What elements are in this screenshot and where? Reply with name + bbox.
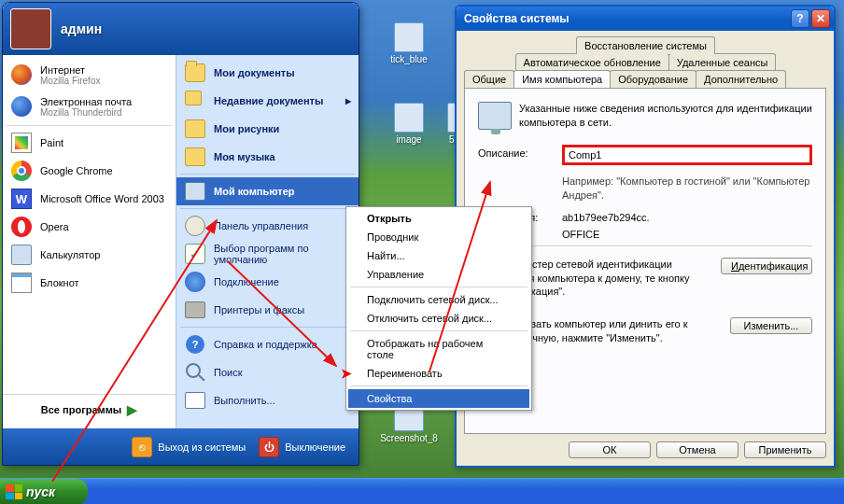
start-item-my-documents[interactable]: Мои документы [176, 59, 359, 87]
help-icon: ? [186, 335, 204, 354]
start-item-search[interactable]: Поиск [176, 358, 359, 386]
opera-icon [11, 217, 32, 237]
start-item-email[interactable]: Электронная почтаMozilla Thunderbird [3, 91, 176, 122]
dialog-titlebar[interactable]: Свойства системы ? ✕ [457, 7, 834, 31]
change-button[interactable]: Изменить... [730, 317, 812, 334]
taskbar: пуск [0, 478, 844, 504]
search-icon [186, 363, 204, 382]
folder-icon [185, 63, 205, 82]
network-icon [185, 272, 205, 292]
description-hint: Например: "Компьютер в гостиной" или "Ко… [562, 175, 812, 203]
ctx-item-explore[interactable]: Проводник [348, 228, 529, 246]
ctx-item-rename[interactable]: Переименовать [348, 364, 529, 383]
tab-container: Восстановление системы Автоматическое об… [464, 36, 826, 88]
start-item-control-panel[interactable]: Панель управления [176, 212, 359, 240]
file-icon [394, 103, 424, 133]
firefox-icon [11, 64, 32, 85]
default-programs-icon [185, 244, 205, 264]
power-icon: ⏻ [259, 437, 279, 457]
ctx-item-manage[interactable]: Управление [348, 265, 529, 284]
computer-icon [478, 102, 512, 130]
dialog-title: Свойства системы [464, 12, 570, 25]
recent-docs-icon [185, 91, 205, 111]
start-menu-header: админ [3, 3, 359, 55]
start-menu-left-column: ИнтернетMozilla Firefox Электронная почт… [3, 55, 176, 428]
start-item-recent-documents[interactable]: Недавние документы▶ [176, 87, 359, 115]
start-item-paint[interactable]: Paint [3, 129, 176, 157]
logoff-icon: ⎋ [132, 437, 152, 457]
pictures-folder-icon [185, 119, 205, 138]
start-button[interactable]: пуск [0, 479, 88, 504]
start-item-opera[interactable]: Opera [3, 213, 176, 241]
music-folder-icon [185, 147, 205, 166]
ctx-item-find[interactable]: Найти... [348, 246, 529, 265]
ctx-item-unmap-drive[interactable]: Отключить сетевой диск... [348, 309, 529, 328]
network-id-button[interactable]: Идентификация [721, 258, 812, 274]
ctx-item-map-drive[interactable]: Подключить сетевой диск... [348, 290, 529, 309]
start-item-connect[interactable]: Подключение▶ [176, 268, 359, 296]
start-item-notepad[interactable]: Блокнот [3, 269, 176, 297]
user-avatar-icon [10, 8, 51, 49]
desktop-icon-label: tick_blue [376, 54, 442, 64]
thunderbird-icon [11, 96, 32, 117]
tab-general[interactable]: Общие [464, 70, 514, 88]
ctx-item-properties[interactable]: Свойства [348, 389, 529, 408]
panel-intro-text: Указанные ниже сведения используются для… [519, 102, 812, 130]
paint-icon [11, 133, 32, 153]
ok-button[interactable]: ОК [569, 441, 651, 458]
close-button[interactable]: ✕ [811, 9, 830, 28]
start-menu-right-column: Мои документы Недавние документы▶ Мои ри… [176, 55, 359, 428]
windows-logo-icon [6, 484, 22, 499]
start-menu: админ ИнтернетMozilla Firefox Электронна… [2, 2, 359, 466]
my-computer-icon [185, 182, 205, 201]
control-panel-icon [185, 216, 205, 236]
ctx-item-show-on-desktop[interactable]: Отображать на рабочем столе [348, 334, 529, 364]
cancel-button[interactable]: Отмена [656, 441, 738, 458]
ctx-item-open[interactable]: Открыть [348, 209, 529, 228]
file-icon [394, 22, 424, 52]
turnoff-button[interactable]: ⏻Выключение [259, 437, 345, 457]
start-item-default-programs[interactable]: Выбор программ по умолчанию [176, 240, 359, 268]
start-menu-footer: ⎋Выход из системы ⏻Выключение [3, 428, 359, 466]
start-item-chrome[interactable]: Google Chrome [3, 157, 176, 185]
start-item-help[interactable]: ?Справка и поддержка [176, 330, 359, 358]
start-item-printers[interactable]: Принтеры и факсы [176, 296, 359, 324]
start-item-word[interactable]: WMicrosoft Office Word 2003 [3, 185, 176, 213]
user-name: админ [61, 21, 102, 36]
start-item-run[interactable]: Выполнить... [176, 386, 359, 414]
tab-advanced[interactable]: Дополнительно [696, 70, 786, 88]
logoff-button[interactable]: ⎋Выход из системы [132, 437, 246, 457]
start-item-my-pictures[interactable]: Мои рисунки [176, 115, 359, 143]
desktop-icon-file[interactable]: tick_blue [376, 22, 442, 64]
arrow-right-icon: ▶ [127, 402, 137, 417]
description-label: Описание: [478, 145, 555, 159]
start-item-my-music[interactable]: Моя музыка [176, 143, 359, 171]
annotation-arrow-icon: ➤ [341, 366, 352, 381]
tab-hardware[interactable]: Оборудование [610, 70, 696, 88]
tab-auto-update[interactable]: Автоматическое обновление [515, 53, 669, 71]
workgroup-value: OFFICE [562, 229, 599, 240]
start-item-my-computer[interactable]: Мой компьютер [176, 177, 359, 205]
calculator-icon [11, 245, 32, 265]
start-item-internet[interactable]: ИнтернетMozilla Firefox [3, 59, 176, 91]
tab-computer-name[interactable]: Имя компьютера [513, 70, 611, 88]
chrome-icon [11, 161, 32, 181]
tab-system-restore[interactable]: Восстановление системы [576, 36, 715, 54]
computer-description-input[interactable] [562, 145, 812, 165]
run-icon [185, 392, 205, 409]
printer-icon [185, 301, 205, 318]
help-button[interactable]: ? [791, 9, 809, 28]
context-menu: Открыть Проводник Найти... Управление По… [345, 206, 532, 411]
dialog-button-row: ОК Отмена Применить [464, 434, 826, 458]
chevron-right-icon: ▶ [345, 97, 351, 105]
tab-remote[interactable]: Удаленные сеансы [668, 53, 777, 71]
word-icon: W [11, 189, 32, 209]
notepad-icon [11, 273, 32, 293]
desktop-icon-label: Screenshot_8 [376, 433, 442, 443]
start-item-all-programs[interactable]: Все программы▶ [3, 394, 176, 425]
fullname-value: ab1b79ee7b294cc. [562, 212, 650, 223]
start-item-calc[interactable]: Калькулятор [3, 241, 176, 269]
apply-button[interactable]: Применить [744, 441, 826, 458]
